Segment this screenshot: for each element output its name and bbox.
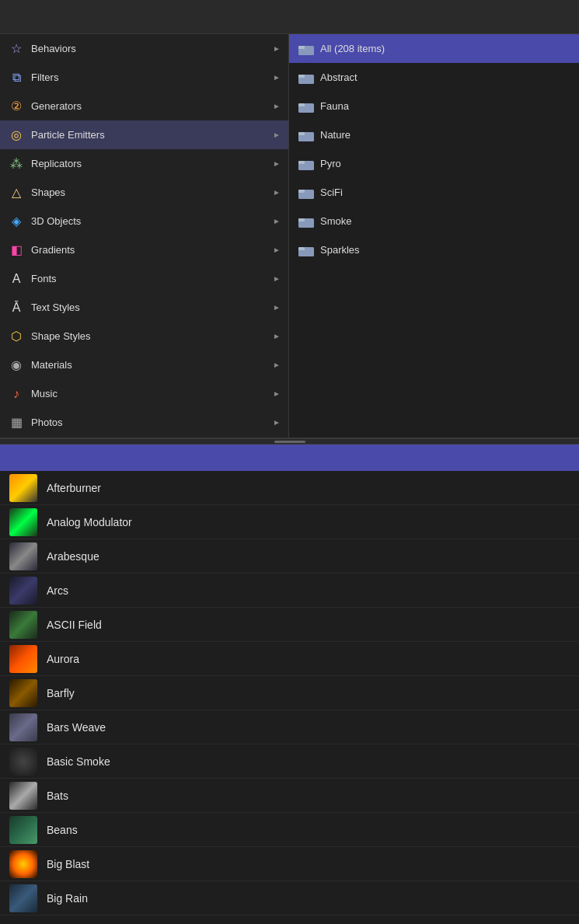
folder-icon-all [298,43,314,55]
sidebar-icon-particle-emitters: ◎ [8,127,25,144]
folder-icon-scifi [298,187,314,199]
item-label-big-blast: Big Blast [47,858,89,870]
sidebar-icon-fonts: A [8,270,25,288]
folder-item-smoke[interactable]: Smoke [289,207,579,235]
list-item-analog-modulator[interactable]: Analog Modulator [0,505,579,539]
folder-icon-fauna [298,100,314,113]
item-label-arabesque: Arabesque [47,550,99,563]
sidebar-arrow-fonts: ► [273,274,281,283]
thumbnail-arabesque [9,542,37,570]
sidebar-icon-replicators: ⁂ [8,155,25,173]
folder-label-scifi: SciFi [320,187,343,198]
sidebar-item-shape-styles[interactable]: ⬡ Shape Styles ► [0,322,288,350]
sidebar-item-filters[interactable]: ⧉ Filters ► [0,63,288,92]
nav-controls [9,16,54,19]
sidebar-label-3d-objects: 3D Objects [31,215,273,227]
sidebar-item-photos[interactable]: ▦ Photos ► [0,408,288,437]
list-item-bars-weave[interactable]: Bars Weave [0,710,579,744]
svg-rect-9 [298,161,305,164]
folder-item-all[interactable]: All (208 items) [289,34,579,63]
sidebar-item-replicators[interactable]: ⁂ Replicators ► [0,149,288,178]
list-item-beans[interactable]: Beans [0,813,579,847]
item-label-analog-modulator: Analog Modulator [47,516,132,528]
list-item-barfly[interactable]: Barfly [0,676,579,710]
list-item-afterburner[interactable]: Afterburner [0,471,579,505]
sidebar-icon-3d-objects: ◈ [8,213,25,230]
sidebar-item-text-styles[interactable]: Ā Text Styles ► [0,293,288,322]
sidebar-item-behaviors[interactable]: ☆ Behaviors ► [0,34,288,63]
list-item-big-rain[interactable]: Big Rain [0,881,579,915]
list-item-arabesque[interactable]: Arabesque [0,539,579,574]
list-item-basic-smoke[interactable]: Basic Smoke [0,744,579,779]
folder-icon-sparkles [298,244,314,256]
sidebar-item-fonts[interactable]: A Fonts ► [0,264,288,293]
sidebar-arrow-music: ► [273,389,281,398]
sidebar-item-shapes[interactable]: △ Shapes ► [0,178,288,207]
item-label-bats: Bats [47,790,68,802]
sidebar-item-generators[interactable]: ② Generators ► [0,92,288,120]
sidebar-item-3d-objects[interactable]: ◈ 3D Objects ► [0,207,288,235]
list-header [0,445,579,471]
item-label-beans: Beans [47,824,78,836]
folder-label-fauna: Fauna [320,100,349,112]
sidebar-icon-photos: ▦ [8,414,25,431]
sidebar-arrow-gradients: ► [273,246,281,254]
folder-icon-nature [298,129,314,141]
right-panel: All (208 items) Abstract Fauna Nature Py… [289,34,579,438]
thumbnail-big-blast [9,850,37,878]
sidebar-item-particle-emitters[interactable]: ◎ Particle Emitters ► [0,120,288,149]
item-label-ascii-field: ASCII Field [47,619,102,631]
left-panel: ☆ Behaviors ► ⧉ Filters ► ② Generators ►… [0,34,289,438]
list-item-big-blast[interactable]: Big Blast [0,847,579,881]
sidebar-label-materials: Materials [31,359,273,371]
sidebar-arrow-shapes: ► [273,188,281,197]
sidebar-arrow-shape-styles: ► [273,332,281,340]
sidebar-label-particle-emitters: Particle Emitters [31,129,273,141]
sidebar-arrow-materials: ► [273,361,281,369]
thumbnail-bats [9,782,37,810]
sidebar-arrow-generators: ► [273,102,281,110]
folder-item-scifi[interactable]: SciFi [289,178,579,207]
sidebar-arrow-filters: ► [273,73,281,82]
folder-label-smoke: Smoke [320,215,351,227]
sidebar-item-gradients[interactable]: ◧ Gradients ► [0,235,288,264]
sidebar-icon-materials: ◉ [8,357,25,374]
sidebar-label-music: Music [31,388,273,399]
list-item-arcs[interactable]: Arcs [0,574,579,608]
list-item-ascii-field[interactable]: ASCII Field [0,608,579,642]
item-label-afterburner: Afterburner [47,482,101,494]
folder-item-sparkles[interactable]: Sparkles [289,235,579,264]
thumbnail-analog-modulator [9,508,37,536]
list-item-bats[interactable]: Bats [0,779,579,813]
sidebar-label-behaviors: Behaviors [31,43,273,54]
thumbnail-big-rain [9,884,37,912]
sidebar-label-gradients: Gradients [31,244,273,256]
sidebar-icon-text-styles: Ā [8,299,25,316]
svg-rect-11 [298,190,305,193]
folder-item-fauna[interactable]: Fauna [289,92,579,120]
thumbnail-barfly [9,679,37,707]
svg-rect-3 [298,75,305,78]
toolbar [0,0,579,34]
folder-item-pyro[interactable]: Pyro [289,149,579,178]
folder-label-all: All (208 items) [320,43,385,54]
thumbnail-beans [9,816,37,844]
sidebar-icon-gradients: ◧ [8,242,25,259]
forward-button[interactable] [20,16,26,19]
sidebar-arrow-text-styles: ► [273,303,281,312]
list-item-aurora[interactable]: Aurora [0,642,579,676]
thumbnail-aurora [9,645,37,673]
folder-item-nature[interactable]: Nature [289,120,579,149]
sidebar-item-materials[interactable]: ◉ Materials ► [0,350,288,379]
sidebar-icon-music: ♪ [8,385,25,403]
sidebar-item-music[interactable]: ♪ Music ► [0,379,288,408]
sidebar-label-filters: Filters [31,71,273,83]
sidebar-label-shape-styles: Shape Styles [31,330,273,342]
svg-rect-15 [298,247,305,250]
sidebar-label-text-styles: Text Styles [31,302,273,313]
folder-item-abstract[interactable]: Abstract [289,63,579,92]
back-button[interactable] [9,16,16,19]
divider-handle[interactable] [0,438,579,445]
folder-label-sparkles: Sparkles [320,244,360,256]
item-label-barfly: Barfly [47,687,75,699]
